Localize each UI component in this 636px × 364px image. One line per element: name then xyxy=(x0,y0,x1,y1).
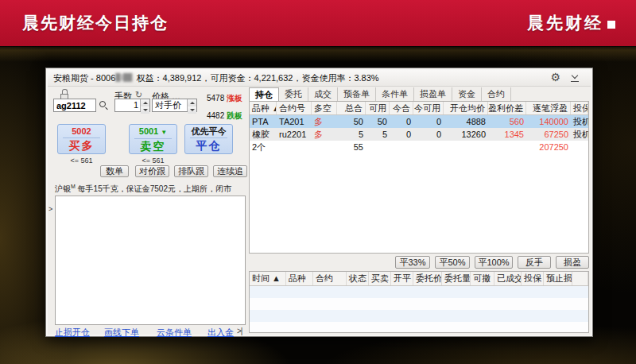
cell-total: 50 xyxy=(337,115,366,128)
cell-contract: TA201 xyxy=(277,115,312,128)
summary-row: 2个 55 207250 xyxy=(250,141,588,153)
queue-follow-button[interactable]: 排队跟 xyxy=(174,165,208,177)
cell-available: 5 xyxy=(366,128,390,141)
price-mode-value: 对手价 xyxy=(155,99,187,111)
tab-prepared-orders[interactable]: 预备单 xyxy=(338,87,376,101)
col-float-profit[interactable]: 逐笔浮盈 xyxy=(526,102,571,114)
spin-up-icon[interactable] xyxy=(188,99,196,106)
col-contract[interactable]: 合约号 xyxy=(277,102,312,114)
tab-fills[interactable]: 成交 xyxy=(308,87,338,101)
brand-logo: 晨先财经 xyxy=(527,0,615,46)
quantity-stepper[interactable]: 1 xyxy=(114,99,150,112)
contract-info-text: 沪银M 每手15千克，保证金7502元，上期所，闭市 xyxy=(55,184,231,195)
close-33-button[interactable]: 平33% xyxy=(395,256,430,269)
tab-positions[interactable]: 持仓 xyxy=(249,87,279,101)
message-listbox[interactable] xyxy=(55,196,246,325)
col-filled[interactable]: 已成交 xyxy=(494,272,522,285)
tab-funds[interactable]: 资金 xyxy=(452,87,482,101)
price-mode-select[interactable]: 对手价 xyxy=(152,99,197,112)
buy-long-button[interactable]: 5002 买多 xyxy=(57,124,106,154)
col-contract[interactable]: 合约 xyxy=(313,272,347,285)
stop-loss-open-link[interactable]: 止损开仓 xyxy=(55,327,90,339)
close-position-button[interactable]: 优先平今 平仓 xyxy=(184,124,233,154)
dropdown-icon: ▼ xyxy=(161,129,167,136)
col-pre-stop-loss[interactable]: 预止损 xyxy=(544,272,572,285)
quick-order-button[interactable]: 数单 xyxy=(100,165,129,177)
close-hint: 优先平今 xyxy=(190,126,227,138)
cell-contract: ru2201 xyxy=(277,128,312,141)
lots-spinner[interactable] xyxy=(140,99,149,111)
cell-product: 橡胶 xyxy=(250,128,277,141)
close-label: 平仓 xyxy=(185,138,232,153)
contract-input[interactable] xyxy=(53,99,96,112)
buy-limit-hint: <= 561 xyxy=(57,157,106,165)
summary-count: 2个 xyxy=(250,141,277,153)
banner-title: 晨先财经今日持仓 xyxy=(22,0,169,46)
sell-price: 5001 ▼ xyxy=(134,126,172,139)
col-today[interactable]: 今合 xyxy=(390,102,413,114)
price-spinner[interactable] xyxy=(187,99,196,111)
tab-condition-orders[interactable]: 条件单 xyxy=(376,87,414,101)
cloud-condition-order-link[interactable]: 云条件单 xyxy=(157,327,192,339)
col-time[interactable]: 时间 ▲ xyxy=(250,272,286,285)
orders-header-row: 时间 ▲ 品种 合约 状态 买卖 开平 委托价 委托量 可撤 已成交 投保 预止… xyxy=(250,272,588,286)
col-available[interactable]: 可用 xyxy=(366,102,390,114)
available-label: 可用资金： xyxy=(210,72,254,84)
col-product[interactable]: 品种 xyxy=(286,272,313,285)
close-50-button[interactable]: 平50% xyxy=(435,256,470,269)
col-hedge-flag[interactable]: 投保 xyxy=(522,272,544,285)
gear-icon[interactable]: ⚙ xyxy=(550,71,560,83)
lower-limit-value: 4482 xyxy=(207,111,224,120)
col-today-available[interactable]: 今可用 xyxy=(413,102,444,114)
sell-short-button[interactable]: 5001 ▼ 卖空 xyxy=(129,124,177,154)
equity-label: 权益： xyxy=(131,72,162,84)
col-total[interactable]: 总合 xyxy=(337,102,366,114)
continuous-chase-button[interactable]: 连续追 xyxy=(213,165,247,177)
col-product[interactable]: 品种 ▲ xyxy=(250,102,277,114)
col-order-price[interactable]: 委托价 xyxy=(413,272,442,285)
col-open-close[interactable]: 开平 xyxy=(391,272,413,285)
account-number: 8006 xyxy=(96,73,115,83)
account-masked: █1██ xyxy=(115,73,131,81)
col-open-avg-price[interactable]: 开仓均价 xyxy=(444,102,488,114)
rollup-window-icon[interactable] xyxy=(570,73,580,83)
deposit-withdraw-link[interactable]: 出入金 xyxy=(207,327,234,339)
summary-total: 55 xyxy=(337,141,366,153)
search-icon[interactable] xyxy=(99,101,109,110)
follow-opposite-price-button[interactable]: 对价跟 xyxy=(135,165,169,177)
draw-line-order-link[interactable]: 画线下单 xyxy=(104,327,139,339)
spin-down-icon[interactable] xyxy=(141,106,149,114)
tab-contracts[interactable]: 合约 xyxy=(482,87,511,101)
col-direction[interactable]: 多空 xyxy=(312,102,337,114)
tab-stop-profit-orders[interactable]: 损盈单 xyxy=(414,87,452,101)
spin-down-icon[interactable] xyxy=(188,106,196,114)
close-100-button[interactable]: 平100% xyxy=(475,256,513,269)
col-buy-sell[interactable]: 买卖 xyxy=(369,272,391,285)
cell-hedge-flag: 投机 xyxy=(571,115,588,128)
stop-profit-button[interactable]: 损盈 xyxy=(556,256,589,269)
usage-value: 3.83% xyxy=(354,73,378,83)
col-hedge-flag[interactable]: 投保 xyxy=(571,102,588,114)
cell-available: 50 xyxy=(366,115,390,128)
reverse-button[interactable]: 反手 xyxy=(518,256,551,269)
panel-expand-icon[interactable]: > xyxy=(48,205,52,213)
col-cancellable[interactable]: 可撤 xyxy=(471,272,494,285)
spin-up-icon[interactable] xyxy=(141,99,149,106)
brand-square-icon xyxy=(607,21,615,29)
tab-orders[interactable]: 委托 xyxy=(279,87,308,101)
table-row[interactable]: PTA TA201 多 50 50 0 0 4888 560 140000 投机 xyxy=(250,115,588,128)
top-banner: 晨先财经今日持仓 晨先财经 xyxy=(0,0,636,46)
table-row[interactable]: 橡胶 ru2201 多 5 5 0 0 13260 1345 67250 投机 xyxy=(250,128,588,141)
cell-direction: 多 xyxy=(312,128,337,141)
cell-total: 5 xyxy=(337,128,366,141)
trading-window: 安粮期货 - 8006█1██ 权益：4,389,912，可用资金：4,221,… xyxy=(45,68,593,337)
window-titlebar[interactable]: 安粮期货 - 8006█1██ 权益：4,389,912，可用资金：4,221,… xyxy=(48,70,591,87)
available-value: 4,221,632 xyxy=(254,73,293,83)
col-profit-spread[interactable]: 盈利价差 xyxy=(488,102,526,114)
col-status[interactable]: 状态 xyxy=(347,272,369,285)
cell-today-available: 0 xyxy=(413,115,444,128)
col-order-qty[interactable]: 委托量 xyxy=(442,272,471,285)
positions-header-row: 品种 ▲ 合约号 多空 总合 可用 今合 今可用 开仓均价 盈利价差 逐笔浮盈 … xyxy=(250,102,588,115)
jump-right-icon[interactable]: >| xyxy=(237,327,242,335)
upper-limit: 5478 涨板 xyxy=(207,93,242,104)
